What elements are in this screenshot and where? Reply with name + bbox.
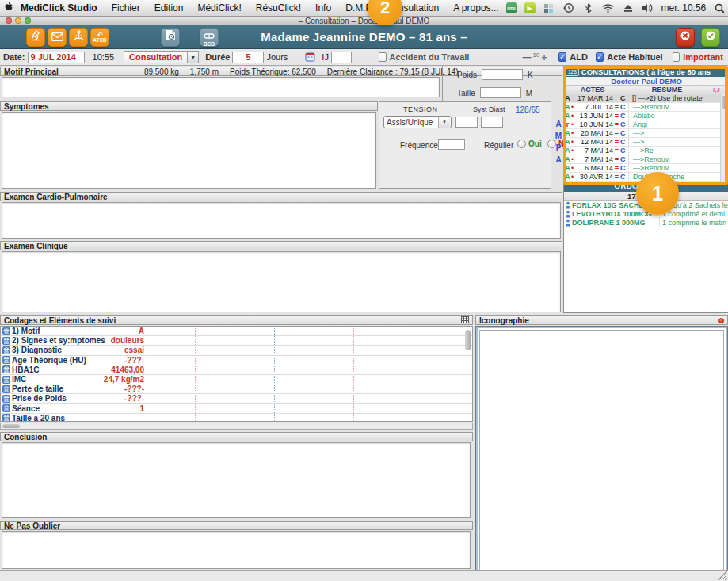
ij-input[interactable]	[331, 52, 352, 63]
consultation-row[interactable]: A • 7 JUL 14 = C —>Renouv.	[564, 103, 728, 112]
consultation-row[interactable]: A • 7 MAI 14 = C —>Re	[564, 147, 728, 155]
consultation-row[interactable]: A • 13 JUN 14 = C Ablatio	[564, 112, 728, 120]
bottom-scrollbar-strip[interactable]	[0, 570, 728, 581]
codages-row[interactable]: Taille à 20 ans	[1, 414, 472, 422]
scrollbar-thumb[interactable]	[722, 96, 726, 109]
text-zoom-control[interactable]: — 10 +	[522, 52, 547, 63]
menu-item[interactable]: MédiClick!	[190, 2, 248, 13]
apple-menu-icon[interactable]	[5, 2, 13, 14]
conclusion-textarea[interactable]	[2, 442, 471, 518]
codages-horizontal-scrollbar[interactable]	[0, 423, 473, 430]
codages-row[interactable]: Age Théorique (HU) -???-	[1, 356, 472, 365]
acte-habituel-checkbox[interactable]	[596, 52, 604, 62]
frequence-input[interactable]	[438, 139, 465, 150]
codages-row-value[interactable]: -???-	[1, 356, 144, 365]
prescription-row[interactable]: DOLIPRANE 1 000MG 1 comprimé le matin	[564, 218, 728, 227]
codages-row[interactable]: HBA1C 41463,00	[1, 365, 472, 375]
codages-row-value[interactable]: 24,7 kg/m2	[1, 375, 144, 384]
anatomy-button[interactable]	[69, 28, 88, 47]
scrollbar-thumb[interactable]	[2, 424, 20, 428]
codages-row-value[interactable]: -???-	[1, 394, 144, 403]
side-letter-button[interactable]: M	[554, 132, 563, 140]
count-button[interactable]: 123	[566, 68, 579, 76]
consultation-row[interactable]: A • 7 MAI 14 = C —>Renouv.	[564, 155, 728, 164]
menu-item[interactable]: Fichier	[105, 2, 147, 13]
codages-row[interactable]: Prise de Poids -???-	[1, 394, 472, 403]
screenshot-app-icon[interactable]	[543, 2, 555, 14]
table-grid-icon[interactable]	[461, 316, 469, 325]
status-dot: •	[571, 173, 577, 181]
codages-row-value[interactable]: essai	[1, 346, 144, 354]
consultation-date: 10 JUN 14	[577, 120, 613, 128]
cancel-button[interactable]	[676, 28, 695, 47]
menu-item[interactable]: MediClick Studio	[13, 2, 105, 13]
symptomes-textarea[interactable]	[2, 112, 376, 189]
menu-item[interactable]: Edition	[147, 2, 191, 13]
consultation-row[interactable]: A • 20 MAI 14 = C —>	[564, 129, 728, 138]
menu-item[interactable]: A propos...	[446, 2, 505, 13]
codages-row-value[interactable]: A	[1, 327, 144, 335]
iconographie-canvas[interactable]	[479, 330, 724, 581]
wifi-icon[interactable]	[602, 2, 615, 14]
ne-pas-oublier-textarea[interactable]	[2, 531, 471, 569]
codages-row[interactable]: 2) Signes et sy:mptomes douleurs	[1, 336, 472, 346]
side-letter-button[interactable]: P	[554, 143, 563, 152]
consultation-row[interactable]: A • 6 MAI 14 = C —>Renouv.	[564, 164, 728, 173]
diast-input[interactable]	[481, 117, 503, 128]
consultation-row[interactable]: A 17 MAR 14 C [] —>2) Use the rotate	[564, 94, 728, 103]
consultation-row[interactable]: r • 10 JUN 14 = C Angi	[564, 120, 728, 129]
date-input[interactable]	[28, 52, 85, 63]
atcd-button[interactable]: ↶ ATCD	[90, 28, 109, 47]
examen-cardio-textarea[interactable]	[2, 202, 561, 239]
consultation-resume: —>Renouv.	[628, 103, 728, 111]
regulier-oui-radio[interactable]	[517, 140, 526, 148]
volume-icon[interactable]	[642, 2, 654, 14]
important-checkbox[interactable]	[673, 52, 680, 62]
codages-row-value[interactable]: douleurs	[1, 336, 144, 345]
zoom-in-icon[interactable]: +	[541, 52, 547, 63]
codages-row[interactable]: 1) Motif A	[1, 327, 472, 336]
accident-travail-checkbox[interactable]	[379, 52, 387, 62]
resize-grip[interactable]	[718, 571, 727, 580]
dmp-app-icon[interactable]: dmp	[506, 2, 517, 13]
consultations-scrollbar[interactable]	[720, 94, 727, 182]
codages-row[interactable]: 3) Diagnostic essai	[1, 346, 472, 355]
validate-button[interactable]	[701, 28, 720, 47]
zoom-out-icon[interactable]: —	[522, 52, 531, 62]
position-dropdown[interactable]: Assis/Unique ▼	[383, 116, 452, 128]
examen-clinique-textarea[interactable]	[2, 251, 561, 312]
menu-item[interactable]: Info	[308, 2, 338, 13]
motif-principal-textarea[interactable]	[2, 77, 440, 97]
time-machine-icon[interactable]	[562, 2, 575, 14]
consultation-row[interactable]: A • 12 MAI 14 = C —>	[564, 138, 728, 147]
side-letter-button[interactable]: A	[554, 120, 563, 128]
menu-clock[interactable]: mer. 10:56	[661, 2, 707, 13]
taille-input[interactable]	[480, 87, 521, 98]
spotlight-icon[interactable]	[713, 2, 726, 14]
codages-row[interactable]: Séance 1	[1, 404, 472, 414]
duree-input[interactable]	[232, 52, 264, 63]
codages-row-value[interactable]: 1	[1, 404, 144, 413]
iconographie-title: Iconographie	[479, 316, 529, 325]
consultation-type-dropdown[interactable]: Consultation ▼	[124, 51, 199, 63]
codages-row[interactable]: Perte de taille -???-	[1, 384, 472, 394]
codages-row-value[interactable]: 41463,00	[1, 365, 144, 374]
side-letter-button[interactable]: A	[554, 155, 563, 164]
exam-button[interactable]	[26, 28, 45, 47]
history-button[interactable]	[161, 28, 180, 47]
iconographie-panel[interactable]	[475, 326, 728, 581]
consultations-column-headers: ACTES RÉSUMÉ I,J	[564, 86, 728, 94]
calendar-icon[interactable]	[305, 52, 315, 63]
codages-row[interactable]: IMC 24,7 kg/m2	[1, 375, 472, 384]
bluetooth-icon[interactable]	[582, 2, 595, 14]
bcb-button[interactable]: BCB	[200, 28, 219, 47]
menu-item[interactable]: RésuClick!	[249, 2, 308, 13]
codages-vertical-scrollbar[interactable]	[465, 330, 471, 350]
syst-input[interactable]	[455, 117, 478, 128]
mail-button[interactable]	[48, 28, 67, 47]
codages-row-value[interactable]: -???-	[1, 384, 144, 393]
play-app-icon[interactable]: ▶	[524, 2, 536, 13]
eject-icon[interactable]	[622, 2, 635, 14]
poids-input[interactable]	[482, 69, 523, 80]
ald-checkbox[interactable]	[558, 52, 566, 62]
